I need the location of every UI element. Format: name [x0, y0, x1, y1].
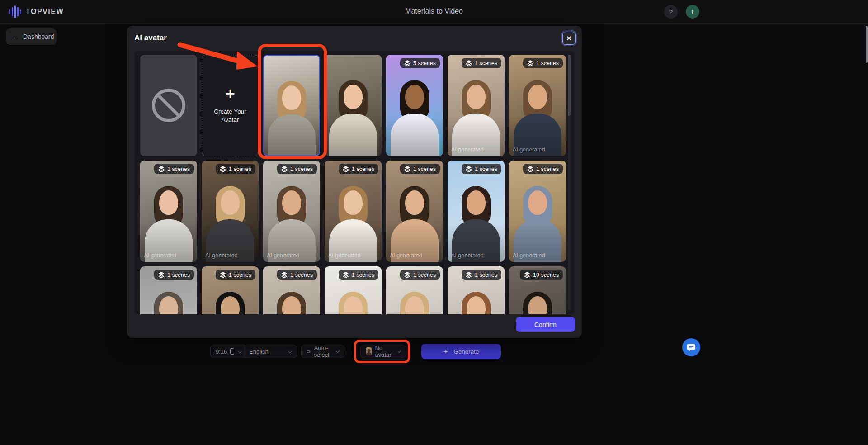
layers-icon	[158, 271, 165, 278]
confirm-button[interactable]: Confirm	[516, 317, 575, 332]
layers-icon	[404, 166, 410, 172]
avatar-tile[interactable]	[325, 55, 382, 156]
avatar-tile[interactable]: 5 scenes	[386, 55, 443, 156]
scenes-badge: 1 scenes	[462, 164, 501, 174]
scenes-badge-label: 1 scenes	[413, 272, 436, 278]
scenes-badge-label: 1 scenes	[167, 272, 190, 278]
user-avatar[interactable]: t	[686, 5, 699, 19]
aspect-ratio-value: 9:16	[216, 348, 227, 355]
photo-shade	[509, 161, 566, 262]
photo-shade	[448, 55, 505, 156]
chevron-down-icon	[397, 349, 401, 353]
help-button[interactable]: ?	[664, 5, 678, 19]
scenes-badge-label: 1 scenes	[290, 272, 313, 278]
layers-icon	[527, 166, 533, 172]
ai-generated-watermark: AI generated	[328, 252, 361, 259]
avatar-tile[interactable]: 1 scenesAI generated	[386, 161, 443, 262]
avatar-tile-selected[interactable]	[263, 55, 320, 156]
ai-generated-watermark: AI generated	[513, 147, 545, 153]
scenes-badge: 1 scenes	[339, 270, 378, 280]
prohibition-icon	[152, 89, 185, 122]
layers-icon	[220, 166, 226, 172]
avatar-tile[interactable]: 1 scenesAI generated	[140, 161, 197, 262]
scenes-badge-label: 1 scenes	[229, 166, 251, 172]
photo-shade	[386, 161, 443, 262]
scenes-badge: 10 scenes	[520, 270, 563, 280]
dashboard-back-button[interactable]: ← Dashboard	[6, 28, 57, 45]
sparkles-icon	[443, 348, 450, 355]
avatar-tile[interactable]: 1 scenesAI generated	[509, 161, 566, 262]
page-scrollbar[interactable]	[866, 26, 868, 63]
ai-generated-watermark: AI generated	[144, 252, 176, 259]
layers-icon	[466, 166, 472, 172]
voice-icon	[307, 348, 311, 355]
avatar-tile[interactable]: 1 scenesAI generated	[263, 161, 320, 262]
generate-button[interactable]: Generate	[421, 344, 501, 359]
ai-generated-watermark: AI generated	[451, 147, 484, 153]
ai-generated-watermark: AI generated	[390, 252, 422, 259]
voice-value: Auto-select	[314, 345, 333, 358]
photo-shade	[264, 56, 319, 155]
avatar-tile[interactable]: 10 scenes	[509, 266, 566, 314]
create-avatar-tile[interactable]: +Create Your Avatar	[202, 55, 259, 156]
avatar-tile[interactable]: 1 scenes	[140, 266, 197, 314]
scenes-badge: 1 scenes	[400, 270, 440, 280]
portrait-phone-icon	[230, 348, 234, 355]
ai-generated-watermark: AI generated	[205, 252, 238, 259]
page-title: Materials to Video	[0, 7, 868, 15]
create-avatar-label: Create Your Avatar	[211, 108, 249, 124]
chat-widget-button[interactable]	[682, 338, 700, 356]
ai-generated-watermark: AI generated	[513, 252, 545, 259]
language-select[interactable]: English	[244, 345, 297, 358]
avatar-tile[interactable]: 1 scenesAI generated	[202, 161, 259, 262]
scenes-badge-label: 1 scenes	[475, 272, 497, 278]
grid-scrollbar-thumb[interactable]	[568, 55, 571, 116]
ai-avatar-modal: AI avatar × +Create Your Avatar5 scenes1…	[127, 26, 582, 338]
layers-icon	[524, 271, 530, 278]
scenes-badge-label: 1 scenes	[475, 60, 497, 66]
scenes-badge: 1 scenes	[523, 58, 563, 68]
no-avatar-tile[interactable]	[140, 55, 197, 156]
layers-icon	[343, 166, 349, 172]
avatar-tile[interactable]: 1 scenes	[325, 266, 382, 314]
scenes-badge-label: 1 scenes	[352, 272, 374, 278]
chevron-down-icon	[288, 349, 292, 353]
layers-icon	[527, 60, 533, 66]
layers-icon	[343, 271, 349, 278]
language-value: English	[249, 348, 269, 355]
photo-shade	[448, 161, 505, 262]
photo-shade	[386, 55, 443, 156]
photo-shade	[509, 55, 566, 156]
photo-shade	[263, 161, 320, 262]
scenes-badge: 1 scenes	[154, 164, 194, 174]
avatar-tile[interactable]: 1 scenes	[202, 266, 259, 314]
avatar-tile[interactable]: 1 scenesAI generated	[509, 55, 566, 156]
chat-bubble-icon	[687, 343, 696, 352]
avatar-tile[interactable]: 1 scenesAI generated	[448, 55, 505, 156]
avatar-tile[interactable]: 1 scenes	[386, 266, 443, 314]
generate-label: Generate	[453, 348, 479, 355]
scenes-badge-label: 1 scenes	[352, 166, 374, 172]
grid-scrollbar[interactable]	[568, 55, 571, 310]
layers-icon	[220, 271, 226, 278]
avatar-tile[interactable]: 1 scenesAI generated	[448, 161, 505, 262]
voice-select[interactable]: Auto-select	[301, 345, 344, 358]
scenes-badge: 1 scenes	[216, 164, 255, 174]
close-button[interactable]: ×	[562, 32, 576, 45]
scenes-badge: 1 scenes	[462, 270, 501, 280]
layers-icon	[466, 271, 472, 278]
aspect-ratio-select[interactable]: 9:16	[210, 345, 247, 358]
avatar-tile[interactable]: 1 scenesAI generated	[325, 161, 382, 262]
avatar-grid-panel: +Create Your Avatar5 scenes1 scenesAI ge…	[134, 51, 575, 314]
avatar-tile[interactable]: 1 scenes	[263, 266, 320, 314]
photo-shade	[140, 161, 197, 262]
modal-title: AI avatar	[134, 33, 167, 43]
layers-icon	[281, 271, 288, 278]
app-root: TOPVIEW Materials to Video ? t ← Dashboa…	[0, 0, 868, 445]
scenes-badge: 1 scenes	[277, 270, 317, 280]
scenes-badge: 5 scenes	[400, 58, 440, 68]
scenes-badge-label: 1 scenes	[475, 166, 497, 172]
avatar-tile[interactable]: 1 scenes	[448, 266, 505, 314]
scenes-badge: 1 scenes	[277, 164, 317, 174]
avatar-mode-select[interactable]: No avatar	[360, 345, 406, 358]
